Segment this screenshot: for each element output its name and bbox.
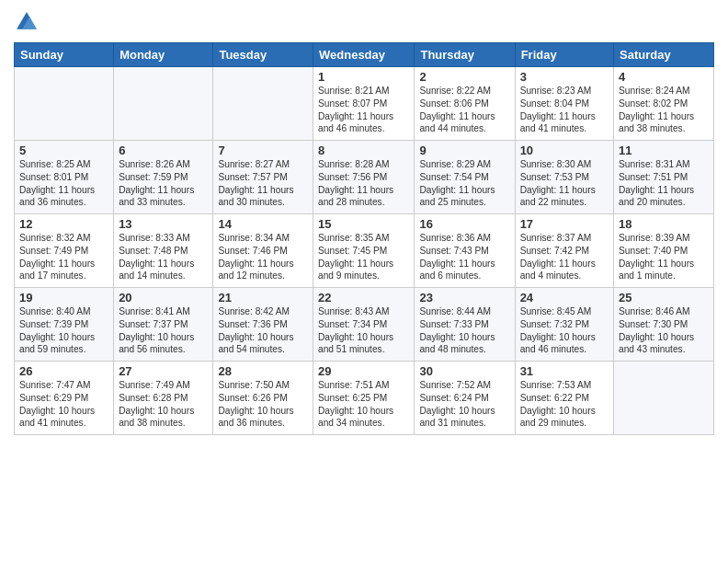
calendar-cell: 16Sunrise: 8:36 AM Sunset: 7:43 PM Dayli… [415, 214, 515, 288]
week-row-1: 1Sunrise: 8:21 AM Sunset: 8:07 PM Daylig… [15, 67, 714, 141]
day-number: 10 [520, 144, 609, 157]
calendar-cell: 15Sunrise: 8:35 AM Sunset: 7:45 PM Dayli… [313, 214, 415, 288]
day-info: Sunrise: 8:24 AM Sunset: 8:02 PM Dayligh… [619, 85, 709, 135]
day-info: Sunrise: 7:49 AM Sunset: 6:28 PM Dayligh… [119, 379, 208, 430]
day-info: Sunrise: 7:53 AM Sunset: 6:22 PM Dayligh… [520, 379, 609, 430]
calendar-cell: 12Sunrise: 8:32 AM Sunset: 7:49 PM Dayli… [15, 214, 114, 288]
calendar-cell: 3Sunrise: 8:23 AM Sunset: 8:04 PM Daylig… [515, 67, 613, 141]
calendar-cell: 21Sunrise: 8:42 AM Sunset: 7:36 PM Dayli… [213, 288, 313, 362]
day-info: Sunrise: 8:39 AM Sunset: 7:40 PM Dayligh… [619, 232, 709, 282]
day-number: 8 [318, 144, 409, 157]
calendar-cell: 4Sunrise: 8:24 AM Sunset: 8:02 PM Daylig… [614, 67, 714, 141]
calendar-cell: 30Sunrise: 7:52 AM Sunset: 6:24 PM Dayli… [415, 362, 515, 435]
day-info: Sunrise: 8:33 AM Sunset: 7:48 PM Dayligh… [119, 232, 208, 282]
calendar-cell [213, 67, 313, 141]
day-number: 24 [520, 291, 609, 304]
day-info: Sunrise: 8:43 AM Sunset: 7:34 PM Dayligh… [318, 305, 409, 356]
calendar-cell [15, 67, 114, 141]
calendar-cell: 7Sunrise: 8:27 AM Sunset: 7:57 PM Daylig… [213, 141, 313, 214]
calendar-cell: 19Sunrise: 8:40 AM Sunset: 7:39 PM Dayli… [15, 288, 114, 362]
day-number: 12 [19, 217, 108, 231]
day-info: Sunrise: 8:21 AM Sunset: 8:07 PM Dayligh… [318, 85, 409, 135]
day-info: Sunrise: 8:26 AM Sunset: 7:59 PM Dayligh… [119, 158, 208, 209]
calendar-cell [614, 362, 714, 435]
calendar-cell: 1Sunrise: 8:21 AM Sunset: 8:07 PM Daylig… [313, 67, 415, 141]
calendar-cell: 29Sunrise: 7:51 AM Sunset: 6:25 PM Dayli… [313, 362, 415, 435]
day-number: 26 [19, 364, 108, 378]
day-info: Sunrise: 8:31 AM Sunset: 7:51 PM Dayligh… [619, 158, 709, 209]
calendar-cell: 31Sunrise: 7:53 AM Sunset: 6:22 PM Dayli… [515, 362, 613, 435]
calendar-table: SundayMondayTuesdayWednesdayThursdayFrid… [14, 42, 714, 435]
day-info: Sunrise: 8:40 AM Sunset: 7:39 PM Dayligh… [19, 305, 108, 356]
day-info: Sunrise: 8:25 AM Sunset: 8:01 PM Dayligh… [19, 158, 108, 209]
calendar-cell: 13Sunrise: 8:33 AM Sunset: 7:48 PM Dayli… [114, 214, 213, 288]
day-number: 14 [218, 217, 308, 231]
day-info: Sunrise: 8:28 AM Sunset: 7:56 PM Dayligh… [318, 158, 409, 209]
day-number: 30 [419, 364, 509, 378]
day-info: Sunrise: 8:45 AM Sunset: 7:32 PM Dayligh… [520, 305, 609, 356]
weekday-header-saturday: Saturday [614, 43, 714, 67]
day-number: 22 [318, 291, 409, 304]
weekday-header-monday: Monday [114, 43, 213, 67]
day-number: 29 [318, 364, 409, 378]
calendar-cell [114, 67, 213, 141]
day-info: Sunrise: 7:52 AM Sunset: 6:24 PM Dayligh… [419, 379, 509, 430]
calendar-cell: 9Sunrise: 8:29 AM Sunset: 7:54 PM Daylig… [415, 141, 515, 214]
weekday-header-thursday: Thursday [415, 43, 515, 67]
day-number: 13 [119, 217, 208, 231]
calendar-cell: 25Sunrise: 8:46 AM Sunset: 7:30 PM Dayli… [614, 288, 714, 362]
calendar-cell: 27Sunrise: 7:49 AM Sunset: 6:28 PM Dayli… [114, 362, 213, 435]
day-info: Sunrise: 8:30 AM Sunset: 7:53 PM Dayligh… [520, 158, 609, 209]
page: SundayMondayTuesdayWednesdayThursdayFrid… [0, 0, 728, 563]
weekday-header-sunday: Sunday [15, 43, 114, 67]
week-row-2: 5Sunrise: 8:25 AM Sunset: 8:01 PM Daylig… [15, 141, 714, 214]
day-number: 20 [119, 291, 208, 304]
day-number: 6 [119, 144, 208, 157]
day-info: Sunrise: 8:44 AM Sunset: 7:33 PM Dayligh… [419, 305, 509, 356]
day-number: 3 [520, 70, 609, 84]
day-number: 9 [419, 144, 509, 157]
calendar-cell: 6Sunrise: 8:26 AM Sunset: 7:59 PM Daylig… [114, 141, 213, 214]
day-info: Sunrise: 8:32 AM Sunset: 7:49 PM Dayligh… [19, 232, 108, 282]
day-info: Sunrise: 8:22 AM Sunset: 8:06 PM Dayligh… [419, 85, 509, 135]
day-number: 23 [419, 291, 509, 304]
day-number: 1 [318, 70, 409, 84]
day-info: Sunrise: 8:42 AM Sunset: 7:36 PM Dayligh… [218, 305, 308, 356]
day-number: 11 [619, 144, 709, 157]
calendar-cell: 28Sunrise: 7:50 AM Sunset: 6:26 PM Dayli… [213, 362, 313, 435]
header-area [14, 9, 714, 35]
calendar-cell: 24Sunrise: 8:45 AM Sunset: 7:32 PM Dayli… [515, 288, 613, 362]
day-number: 18 [619, 217, 709, 231]
day-info: Sunrise: 8:29 AM Sunset: 7:54 PM Dayligh… [419, 158, 509, 209]
day-number: 21 [218, 291, 308, 304]
weekday-header-friday: Friday [515, 43, 613, 67]
calendar-cell: 5Sunrise: 8:25 AM Sunset: 8:01 PM Daylig… [15, 141, 114, 214]
day-info: Sunrise: 7:50 AM Sunset: 6:26 PM Dayligh… [218, 379, 308, 430]
day-number: 27 [119, 364, 208, 378]
day-number: 31 [520, 364, 609, 378]
calendar-cell: 17Sunrise: 8:37 AM Sunset: 7:42 PM Dayli… [515, 214, 613, 288]
day-info: Sunrise: 8:37 AM Sunset: 7:42 PM Dayligh… [520, 232, 609, 282]
day-number: 28 [218, 364, 308, 378]
week-row-3: 12Sunrise: 8:32 AM Sunset: 7:49 PM Dayli… [15, 214, 714, 288]
calendar-cell: 8Sunrise: 8:28 AM Sunset: 7:56 PM Daylig… [313, 141, 415, 214]
calendar-cell: 22Sunrise: 8:43 AM Sunset: 7:34 PM Dayli… [313, 288, 415, 362]
week-row-5: 26Sunrise: 7:47 AM Sunset: 6:29 PM Dayli… [15, 362, 714, 435]
calendar-cell: 18Sunrise: 8:39 AM Sunset: 7:40 PM Dayli… [614, 214, 714, 288]
weekday-header-row: SundayMondayTuesdayWednesdayThursdayFrid… [15, 43, 714, 67]
calendar-cell: 23Sunrise: 8:44 AM Sunset: 7:33 PM Dayli… [415, 288, 515, 362]
day-number: 15 [318, 217, 409, 231]
day-info: Sunrise: 8:23 AM Sunset: 8:04 PM Dayligh… [520, 85, 609, 135]
day-info: Sunrise: 7:51 AM Sunset: 6:25 PM Dayligh… [318, 379, 409, 430]
day-info: Sunrise: 8:27 AM Sunset: 7:57 PM Dayligh… [218, 158, 308, 209]
calendar-cell: 20Sunrise: 8:41 AM Sunset: 7:37 PM Dayli… [114, 288, 213, 362]
calendar-cell: 26Sunrise: 7:47 AM Sunset: 6:29 PM Dayli… [15, 362, 114, 435]
calendar-cell: 14Sunrise: 8:34 AM Sunset: 7:46 PM Dayli… [213, 214, 313, 288]
day-number: 5 [19, 144, 108, 157]
weekday-header-wednesday: Wednesday [313, 43, 415, 67]
calendar-cell: 2Sunrise: 8:22 AM Sunset: 8:06 PM Daylig… [415, 67, 515, 141]
day-number: 16 [419, 217, 509, 231]
calendar-cell: 10Sunrise: 8:30 AM Sunset: 7:53 PM Dayli… [515, 141, 613, 214]
day-info: Sunrise: 8:36 AM Sunset: 7:43 PM Dayligh… [419, 232, 509, 282]
day-number: 4 [619, 70, 709, 84]
